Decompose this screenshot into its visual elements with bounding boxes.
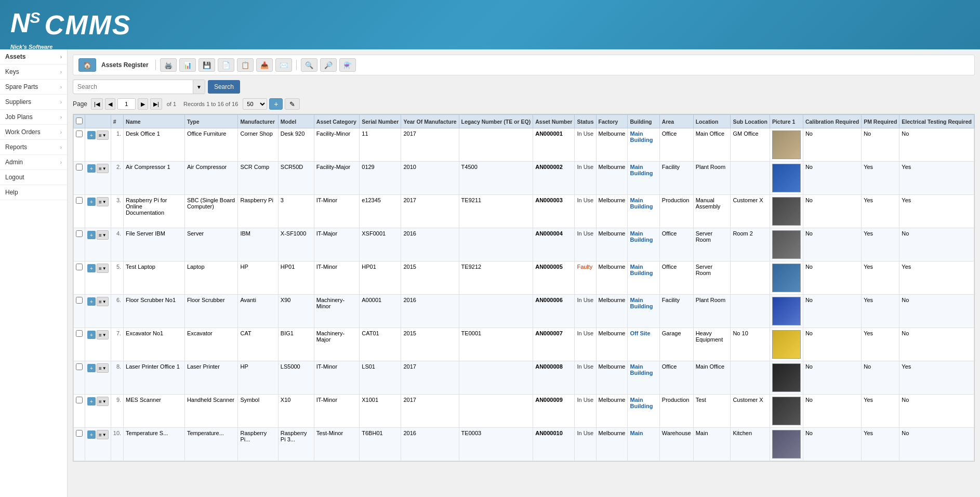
sidebar-item-reports[interactable]: Reports ›	[0, 140, 67, 155]
row-checkbox[interactable]	[76, 330, 83, 337]
home-button[interactable]: 🏠	[78, 58, 96, 72]
row-checkbox[interactable]	[76, 363, 83, 370]
row-menu-button[interactable]: ≡ ▼	[97, 330, 109, 339]
row-menu-button[interactable]: ≡ ▼	[97, 130, 109, 140]
asset-year: 2016	[401, 428, 459, 461]
register-label: Assets Register	[101, 61, 149, 69]
col-year[interactable]: Year Of Manufacture	[401, 115, 459, 128]
zoom-in-button[interactable]: 🔍	[301, 58, 317, 72]
col-calibration[interactable]: Calibration Required	[803, 115, 861, 128]
add-record-button[interactable]: +	[269, 98, 283, 110]
col-factory[interactable]: Factory	[596, 115, 628, 128]
table-row: + ≡ ▼ 1. Desk Office 1 Office Furniture …	[74, 128, 974, 162]
page-number-input[interactable]	[117, 98, 136, 110]
asset-building: Main Building	[628, 395, 659, 428]
asset-calibration: No	[803, 128, 861, 162]
asset-thumbnail	[772, 264, 801, 292]
zoom-out-button[interactable]: 🔎	[320, 58, 337, 72]
row-expand-button[interactable]: +	[87, 397, 96, 406]
per-page-select[interactable]: 50 25 100	[243, 98, 267, 110]
row-expand-button[interactable]: +	[87, 430, 96, 439]
row-menu-button[interactable]: ≡ ▼	[97, 230, 109, 240]
search-dropdown-button[interactable]: ▼	[193, 80, 205, 94]
row-expand-button[interactable]: +	[87, 364, 96, 372]
prev-page-button[interactable]: ◀	[105, 98, 115, 110]
search-input[interactable]	[73, 81, 193, 93]
row-checkbox[interactable]	[76, 197, 83, 204]
row-menu-button[interactable]: ≡ ▼	[97, 297, 109, 306]
col-name[interactable]: Name	[124, 115, 185, 128]
row-expand-button[interactable]: +	[87, 164, 96, 173]
print-button[interactable]: 🖨️	[160, 58, 177, 72]
email-button[interactable]: ✉️	[275, 58, 292, 72]
col-category[interactable]: Asset Category	[314, 115, 359, 128]
row-checkbox[interactable]	[76, 164, 83, 171]
col-asset-number[interactable]: Asset Number	[533, 115, 575, 128]
col-elec[interactable]: Electrical Testing Required	[899, 115, 974, 128]
row-menu-button[interactable]: ≡ ▼	[97, 264, 109, 273]
col-location[interactable]: Location	[693, 115, 731, 128]
asset-category: Facility-Major	[314, 162, 359, 195]
row-menu-button[interactable]: ≡ ▼	[97, 363, 109, 373]
row-checkbox[interactable]	[76, 297, 83, 304]
row-checkbox[interactable]	[76, 264, 83, 270]
first-page-button[interactable]: |◀	[91, 98, 103, 110]
col-manufacturer[interactable]: Manufacturer	[238, 115, 278, 128]
row-expand-button[interactable]: +	[87, 231, 96, 239]
asset-elec: Yes	[899, 162, 974, 195]
sidebar-item-admin[interactable]: Admin ›	[0, 155, 67, 170]
row-menu-button[interactable]: ≡ ▼	[97, 430, 109, 439]
import-button[interactable]: 📥	[256, 58, 273, 72]
asset-picture	[770, 162, 803, 195]
row-actions: + ≡ ▼	[87, 297, 109, 306]
filter-button[interactable]: ⚗️	[339, 58, 356, 72]
export-button[interactable]: 📋	[237, 58, 254, 72]
row-expand-button[interactable]: +	[87, 331, 96, 339]
row-expand-button[interactable]: +	[87, 264, 96, 272]
col-sub-location[interactable]: Sub Location	[731, 115, 770, 128]
row-menu-button[interactable]: ≡ ▼	[97, 164, 109, 173]
sidebar-item-spare-parts[interactable]: Spare Parts ›	[0, 80, 67, 95]
row-checkbox[interactable]	[76, 230, 83, 237]
sidebar-item-help[interactable]: Help	[0, 185, 67, 200]
col-legacy[interactable]: Legacy Number (TE or EQ)	[459, 115, 533, 128]
asset-building: Main Building	[628, 228, 659, 261]
col-type[interactable]: Type	[184, 115, 238, 128]
asset-serial: XSF0001	[360, 228, 401, 261]
search-button[interactable]: Search	[208, 80, 240, 94]
asset-type: Excavator	[184, 328, 238, 361]
last-page-button[interactable]: ▶|	[150, 98, 162, 110]
sidebar-item-suppliers[interactable]: Suppliers ›	[0, 95, 67, 110]
asset-type: Handheld Scanner	[184, 395, 238, 428]
row-menu-button[interactable]: ≡ ▼	[97, 397, 109, 406]
col-pm[interactable]: PM Required	[862, 115, 899, 128]
row-menu-button[interactable]: ≡ ▼	[97, 197, 109, 206]
row-checkbox[interactable]	[76, 430, 83, 437]
pdf-button[interactable]: 📄	[218, 58, 234, 72]
excel-button[interactable]: 📊	[179, 58, 196, 72]
assets-table-wrapper: # Name Type Manufacturer Model Asset Cat…	[73, 114, 975, 462]
col-serial[interactable]: Serial Number	[360, 115, 401, 128]
select-all-checkbox[interactable]	[76, 117, 83, 124]
sidebar-item-job-plans[interactable]: Job Plans ›	[0, 110, 67, 125]
row-action-cell: + ≡ ▼	[85, 295, 111, 328]
row-expand-button[interactable]: +	[87, 198, 96, 206]
asset-number: AN000007	[533, 328, 575, 361]
sidebar-item-work-orders[interactable]: Work Orders ›	[0, 125, 67, 140]
col-building[interactable]: Building	[628, 115, 659, 128]
col-status[interactable]: Status	[575, 115, 596, 128]
edit-record-button[interactable]: ✎	[285, 98, 300, 110]
row-checkbox[interactable]	[76, 130, 83, 137]
row-expand-button[interactable]: +	[87, 131, 96, 139]
sidebar-item-logout[interactable]: Logout	[0, 170, 67, 185]
save-button[interactable]: 💾	[198, 58, 215, 72]
asset-thumbnail	[772, 397, 801, 425]
col-area[interactable]: Area	[659, 115, 693, 128]
row-expand-button[interactable]: +	[87, 297, 96, 306]
col-model[interactable]: Model	[278, 115, 314, 128]
sidebar-item-keys[interactable]: Keys ›	[0, 64, 67, 80]
next-page-button[interactable]: ▶	[138, 98, 148, 110]
sidebar-item-assets[interactable]: Assets ›	[0, 49, 67, 64]
row-checkbox[interactable]	[76, 397, 83, 403]
row-action-cell: + ≡ ▼	[85, 162, 111, 195]
